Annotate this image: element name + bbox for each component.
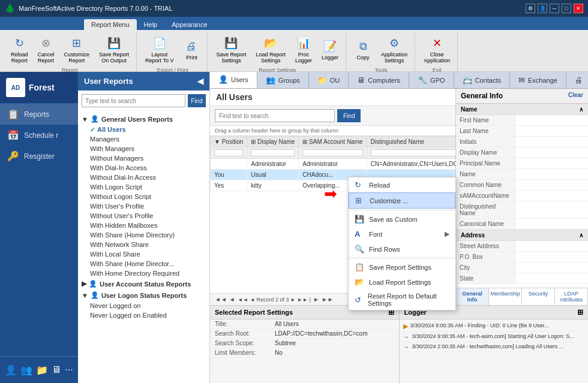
user-icon[interactable]: 👤 (538, 4, 547, 13)
context-find-rows[interactable]: 🔍 Find Rows (349, 242, 455, 257)
sidebar-item-scheduler[interactable]: 📅 Schedule r (0, 125, 78, 146)
scheduler-nav-icon: 📅 (7, 129, 19, 141)
tree-group-logon-status[interactable]: ▼ 👤 User Logon Status Reports (78, 289, 209, 301)
reports-find-btn[interactable]: Find (188, 94, 206, 107)
tree-item-without-share-home[interactable]: With Share (Home Director... (78, 259, 209, 269)
report-find-btn[interactable]: Find (337, 109, 361, 122)
cancel-report-btn[interactable]: ⊗ CancelReport (34, 32, 58, 66)
tree-item-without-logon-script[interactable]: Without Logon Script (78, 192, 209, 201)
info-tab-general[interactable]: General Info (456, 288, 489, 305)
logger-entry: → 3/30/2024 2:00:35 AM - techwithasim,co… (403, 342, 585, 352)
info-tab-membership[interactable]: Membership (489, 288, 522, 305)
tab-gpo[interactable]: 🔧 GPO (409, 72, 454, 88)
load-report-btn[interactable]: 📂 Load ReportSettings (253, 32, 290, 66)
print-btn[interactable]: 🖨 Print (179, 35, 203, 63)
tree-item-with-user-profile[interactable]: With User's Profile (78, 201, 209, 211)
context-load-settings[interactable]: 📂 Load Report Settings (349, 275, 455, 289)
general-info-fields: Name ∧ First Name Last Name Initials (456, 104, 588, 288)
save-settings-btn[interactable]: 💾 Save ReportSettings (212, 32, 250, 66)
table-row[interactable]: Administrator Administrator CN=Administr… (211, 159, 456, 170)
tree-item-with-dial-in[interactable]: With Dial-In Access (78, 163, 209, 173)
col-display-name: ⊞ Display Name (247, 137, 299, 147)
maximize-btn[interactable]: □ (562, 4, 571, 13)
general-info-clear-btn[interactable]: Clear (568, 92, 583, 100)
bottom-more-btn[interactable]: ··· (65, 361, 73, 378)
tree-item-with-share-home[interactable]: With Share (Home Directory) (78, 230, 209, 240)
tab-appearance[interactable]: Appearance (164, 19, 214, 30)
tab-computers[interactable]: 🖥 Computers (349, 72, 409, 88)
tree-item-with-network-share[interactable]: With Network Share (78, 240, 209, 249)
main-layout: AD Forest 📋 Reports 📅 Schedule r 🔑 Resgi… (0, 72, 588, 383)
filter-sam[interactable] (299, 147, 367, 159)
filter-dn[interactable] (367, 147, 455, 159)
context-save-as-custom[interactable]: 💾 Save as Custom (349, 212, 455, 227)
copy-btn[interactable]: ⧉ Copy (351, 35, 375, 63)
close-app-btn[interactable]: ✕ CloseApplication (420, 32, 454, 66)
layout-btn[interactable]: 📄 LayoutReport To V (142, 32, 177, 66)
tree-item-with-home-dir[interactable]: With Home Directory Required (78, 269, 209, 278)
tab-print[interactable]: 🖨 (566, 72, 588, 88)
tab-help[interactable]: Help (137, 19, 165, 30)
tree-item-without-user-profile[interactable]: Without User's Profile (78, 211, 209, 221)
context-save-settings[interactable]: 📋 Save Report Settings (349, 260, 455, 275)
group-user-icon-3: 👤 (91, 291, 99, 299)
filter-position[interactable] (211, 147, 247, 159)
tab-report-menu[interactable]: Report Menu (84, 19, 137, 30)
sidebar-item-reports[interactable]: 📋 Reports (0, 104, 78, 125)
context-separator-1 (349, 210, 455, 210)
tab-exchange[interactable]: ✉ Exchange (510, 72, 566, 88)
tab-users[interactable]: 👤 Users (210, 72, 257, 88)
info-tab-ldap[interactable]: LDAP Attributes (555, 288, 588, 305)
reports-search-bar: Find (78, 91, 209, 111)
proc-logger-icon: 📊 (295, 35, 312, 52)
group-user-icon-2: 👤 (89, 280, 97, 288)
context-font[interactable]: A Font ▶ (349, 227, 455, 242)
tree-item-with-hidden-mailboxes[interactable]: With Hidden Mailboxes (78, 221, 209, 230)
sidebar: AD Forest 📋 Reports 📅 Schedule r 🔑 Resgi… (0, 72, 78, 383)
tree-item-managers[interactable]: Managers (78, 134, 209, 144)
sidebar-item-register[interactable]: 🔑 Resgister (0, 146, 78, 167)
save-report-btn[interactable]: 💾 Save ReportOn Output (95, 32, 133, 66)
tree-item-never-logged-on[interactable]: Never Logged on (78, 301, 209, 310)
settings-icon[interactable]: ⚙ (526, 4, 535, 13)
report-search-input[interactable] (215, 109, 335, 122)
context-customize-icon: ⊞ (355, 196, 365, 205)
tab-ou[interactable]: 📁 OU (309, 72, 349, 88)
reload-report-btn[interactable]: ↻ ReloadReport (7, 32, 32, 66)
bottom-folder-btn[interactable]: 📁 (36, 361, 48, 378)
logger-btn[interactable]: 📝 Logger (318, 35, 342, 63)
bottom-group-btn[interactable]: 👥 (20, 361, 32, 378)
tree-item-with-logon-script[interactable]: With Logon Script (78, 182, 209, 192)
context-reload[interactable]: ↻ Reload (349, 177, 455, 192)
tab-contacts[interactable]: 📇 Contacts (454, 72, 510, 88)
filter-icon: ▼ (214, 138, 220, 145)
context-save-icon: 💾 (355, 215, 364, 224)
minimize-btn[interactable]: ─ (550, 4, 559, 13)
reports-nav-icon: 📋 (7, 108, 19, 120)
exchange-tab-icon: ✉ (518, 76, 525, 85)
tree-item-with-managers[interactable]: With Managers (78, 144, 209, 153)
tab-groups[interactable]: 👥 Groups (257, 72, 309, 88)
tree-group-general-users[interactable]: ▼ 👤 General Users Reports (78, 113, 209, 125)
bottom-computer-btn[interactable]: 🖥 (52, 361, 61, 378)
context-reset-defaults[interactable]: ↺ Reset Report to Default Settings (349, 289, 455, 310)
reports-search-input[interactable] (82, 94, 185, 107)
load-report-icon: 📂 (262, 35, 279, 52)
tree-item-without-dial-in[interactable]: Without Dial-In Access (78, 173, 209, 182)
bottom-user-btn[interactable]: 👤 (5, 361, 17, 378)
app-settings-btn[interactable]: ⚙ ApplicationSettings (377, 32, 411, 66)
tree-group-account-status[interactable]: ▶ 👤 User Account Status Reports (78, 278, 209, 289)
tree-item-never-logged-on-enabled[interactable]: Never Logged on Enabled (78, 310, 209, 320)
close-btn[interactable]: ✕ (574, 4, 583, 13)
info-tab-security[interactable]: Security (522, 288, 555, 305)
filter-display-name[interactable] (247, 147, 299, 159)
col-sam: ⊞ SAM Account Name (299, 137, 367, 147)
register-nav-icon: 🔑 (7, 150, 19, 162)
context-customize[interactable]: ⊞ Customize ... (349, 192, 455, 209)
tree-item-all-users[interactable]: ✓ All Users (78, 125, 209, 134)
tree-item-without-managers[interactable]: Without Managers (78, 153, 209, 163)
proc-logger-btn[interactable]: 📊 ProcLogger (292, 32, 316, 66)
reports-panel-collapse[interactable]: ◀ (197, 77, 203, 86)
tree-item-with-local-share[interactable]: With Local Share (78, 249, 209, 259)
customize-report-btn[interactable]: ⊞ CustomizeReport (61, 32, 94, 66)
